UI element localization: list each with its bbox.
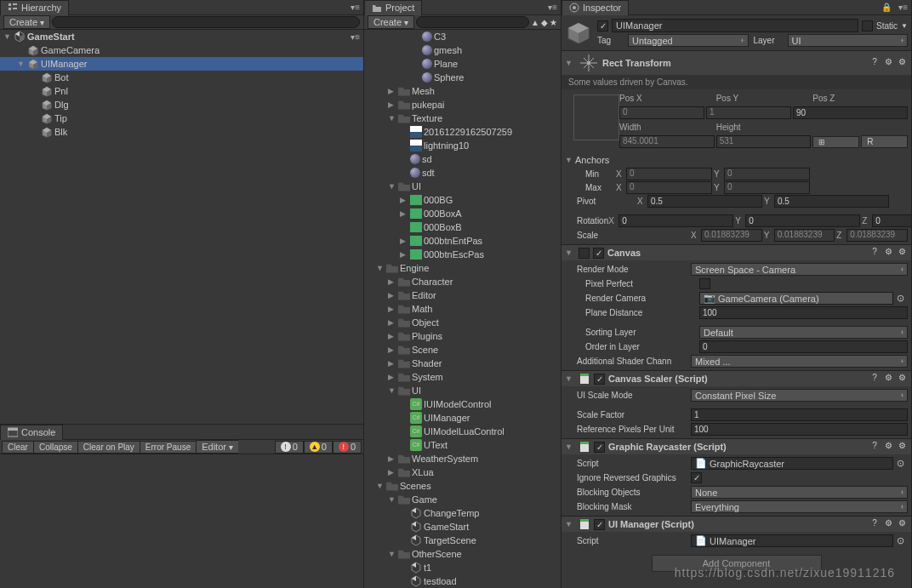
posz-input[interactable] [793, 106, 908, 119]
scale-factor-input[interactable] [691, 408, 908, 421]
hierarchy-item[interactable]: ▼UIManager [0, 57, 363, 71]
project-item[interactable]: TargetScene [364, 534, 561, 547]
preset-icon[interactable]: ⚙ [882, 518, 894, 530]
expand-icon[interactable]: ▼ [565, 156, 575, 164]
project-item[interactable]: C#UIModelLuaControl [364, 425, 561, 438]
picker-icon[interactable]: ⊙ [893, 293, 908, 304]
project-item[interactable]: sdt [364, 166, 561, 180]
project-item[interactable]: ▼Texture [364, 111, 561, 125]
ref-pixels-input[interactable] [691, 423, 908, 436]
project-item[interactable]: lightning10 [364, 139, 561, 152]
project-item[interactable]: ▶Mesh [364, 84, 561, 98]
project-item[interactable]: ▶Character [364, 275, 561, 288]
project-item[interactable]: ▶XLua [364, 465, 561, 479]
name-input[interactable] [612, 19, 858, 32]
project-item[interactable]: GameStart [364, 520, 561, 534]
hierarchy-search[interactable] [52, 16, 360, 28]
help-icon[interactable]: ? [869, 247, 881, 259]
project-search[interactable] [416, 16, 529, 28]
project-item[interactable]: C#UText [364, 438, 561, 452]
layer-dropdown[interactable]: UI [788, 34, 909, 47]
expand-icon[interactable]: ▼ [565, 59, 575, 67]
lock-icon[interactable]: 🔒 [878, 3, 895, 12]
inspector-tab[interactable]: Inspector [561, 0, 629, 15]
project-item[interactable]: ChangeTemp [364, 506, 561, 520]
project-item[interactable]: ▼Engine [364, 261, 561, 275]
blueprint-button[interactable]: ⊞ [812, 136, 859, 148]
add-component-button[interactable]: Add Component [652, 555, 822, 572]
expand-icon[interactable]: ▼ [565, 442, 575, 451]
project-item[interactable]: testload [364, 574, 561, 588]
blocking-mask-dropdown[interactable]: Everything [691, 500, 908, 513]
picker-icon[interactable]: ⊙ [893, 458, 908, 469]
preset-icon[interactable]: ⚙ [882, 373, 894, 385]
order-input[interactable] [699, 340, 908, 353]
expand-icon[interactable]: ▼ [565, 248, 575, 257]
canvas-enabled[interactable] [579, 248, 590, 259]
scene-menu[interactable]: ▾≡ [347, 32, 363, 42]
raw-button[interactable]: R [861, 135, 908, 148]
shader-channels-dropdown[interactable]: Mixed ... [691, 355, 908, 368]
pixel-perfect-checkbox[interactable] [699, 278, 710, 289]
project-item[interactable]: ▶pukepai [364, 98, 561, 111]
error-badge[interactable]: !0 [333, 441, 362, 454]
pivot-y[interactable] [774, 195, 889, 208]
ignore-reversed-checkbox[interactable]: ✓ [691, 472, 702, 483]
error-pause-button[interactable]: Error Pause [140, 441, 196, 454]
project-item[interactable]: C#UIManager [364, 411, 561, 425]
hierarchy-item[interactable]: Bot [0, 71, 363, 84]
project-item[interactable]: ▼Game [364, 493, 561, 506]
hierarchy-tab[interactable]: Hierarchy [0, 0, 69, 15]
sorting-layer-dropdown[interactable]: Default [699, 326, 908, 339]
filter-icon[interactable]: ▲ [531, 18, 539, 27]
project-item[interactable]: sd [364, 152, 561, 166]
anchor-preset[interactable] [573, 94, 619, 140]
project-item[interactable]: Plane [364, 57, 561, 71]
menu-icon[interactable]: ⚙ [896, 441, 908, 453]
info-badge[interactable]: !0 [275, 441, 304, 454]
static-checkbox[interactable] [862, 20, 873, 31]
editor-button[interactable]: Editor ▾ [196, 440, 238, 454]
hierarchy-item[interactable]: Pnl [0, 84, 363, 98]
hierarchy-item[interactable]: GameCamera [0, 43, 363, 57]
project-item[interactable]: ▶000BoxA [364, 207, 561, 220]
project-item[interactable]: Sphere [364, 71, 561, 84]
scaler-enabled[interactable]: ✓ [594, 374, 605, 385]
project-item[interactable]: 000BoxB [364, 220, 561, 234]
project-item[interactable]: C3 [364, 30, 561, 43]
raycaster-enabled[interactable]: ✓ [594, 442, 605, 453]
project-item[interactable]: ▶Editor [364, 288, 561, 302]
menu-icon[interactable]: ⚙ [896, 373, 908, 385]
scale-mode-dropdown[interactable]: Constant Pixel Size [691, 389, 908, 402]
project-item[interactable]: ▼Scenes [364, 479, 561, 493]
project-item[interactable]: ▶WeatherSystem [364, 452, 561, 465]
preset-icon[interactable]: ⚙ [882, 57, 894, 69]
help-icon[interactable]: ? [869, 441, 881, 453]
create-button[interactable]: Create ▾ [3, 15, 50, 29]
project-item[interactable]: ▶Math [364, 302, 561, 316]
help-icon[interactable]: ? [869, 373, 881, 385]
menu-icon[interactable]: ⚙ [896, 247, 908, 259]
panel-menu-icon[interactable]: ▾≡ [544, 3, 561, 12]
hierarchy-item[interactable]: Tip [0, 111, 363, 125]
plane-distance-input[interactable] [699, 306, 908, 319]
scene-root[interactable]: ▼ GameStart ▾≡ [0, 30, 363, 43]
preset-icon[interactable]: ⚙ [882, 441, 894, 453]
project-item[interactable]: ▶Plugins [364, 329, 561, 343]
help-icon[interactable]: ? [869, 57, 881, 69]
save-filter-icon[interactable]: ★ [550, 18, 557, 27]
console-tab[interactable]: Console [0, 425, 63, 440]
active-checkbox[interactable]: ✓ [597, 20, 608, 31]
menu-icon[interactable]: ⚙ [896, 57, 908, 69]
expand-icon[interactable]: ▼ [565, 520, 575, 528]
project-item[interactable]: ▶000btnEscPas [364, 248, 561, 261]
tag-dropdown[interactable]: Untagged [628, 34, 749, 47]
project-item[interactable]: ▼OtherScene [364, 547, 561, 561]
render-mode-dropdown[interactable]: Screen Space - Camera [691, 263, 908, 276]
panel-menu-icon[interactable]: ▾≡ [347, 3, 363, 12]
picker-icon[interactable]: ⊙ [893, 535, 908, 546]
static-dropdown-icon[interactable]: ▼ [901, 22, 908, 30]
preset-icon[interactable]: ⚙ [882, 247, 894, 259]
project-item[interactable]: ▶Shader [364, 357, 561, 370]
hierarchy-item[interactable]: Blk [0, 125, 363, 139]
